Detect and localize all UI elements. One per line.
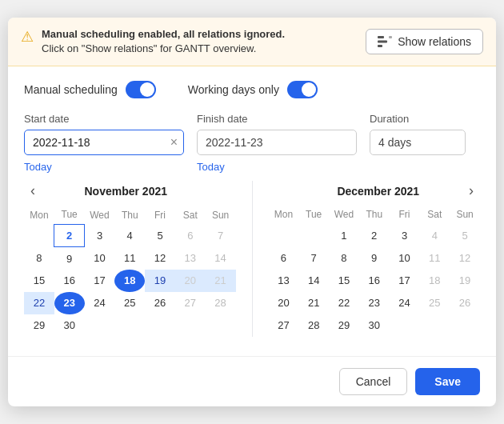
calendar-day[interactable]: 20 <box>269 291 299 314</box>
calendar-day[interactable]: 29 <box>24 314 54 337</box>
calendar-day[interactable]: 26 <box>450 291 480 314</box>
calendar-day[interactable]: 14 <box>206 247 236 270</box>
calendar-day[interactable]: 1 <box>329 224 359 246</box>
calendar-day[interactable]: 22 <box>329 291 359 314</box>
calendar-day[interactable]: 5 <box>145 225 175 247</box>
calendar-day[interactable]: 22 <box>24 292 54 314</box>
calendar-day[interactable]: 27 <box>175 292 206 314</box>
col-thu: Thu <box>359 207 390 224</box>
svg-rect-3 <box>389 36 392 38</box>
gantt-icon <box>378 36 392 47</box>
col-fri: Fri <box>145 207 175 225</box>
calendar-day[interactable]: 25 <box>114 292 145 314</box>
cancel-button[interactable]: Cancel <box>339 368 408 395</box>
empty-cell <box>114 314 145 337</box>
calendar-day[interactable]: 29 <box>329 314 359 336</box>
december-title: December 2021 <box>337 185 419 198</box>
duration-input[interactable] <box>370 130 466 155</box>
table-row: 27 28 29 30 <box>269 314 481 336</box>
col-sun: Sun <box>206 207 236 225</box>
calendar-day[interactable]: 13 <box>269 269 299 291</box>
calendar-day[interactable]: 2 <box>359 224 390 246</box>
calendar-day[interactable]: 4 <box>114 225 145 247</box>
calendar-day[interactable]: 6 <box>269 246 299 269</box>
november-title: November 2021 <box>84 185 167 198</box>
table-row: 29 30 <box>24 314 236 337</box>
empty-cell <box>419 314 450 336</box>
next-month-button[interactable]: › <box>464 181 478 201</box>
working-days-toggle[interactable] <box>287 81 318 98</box>
calendar-day[interactable]: 2 <box>54 225 85 247</box>
calendar-day[interactable]: 30 <box>359 314 390 336</box>
calendar-day[interactable]: 4 <box>419 224 450 246</box>
calendar-day[interactable]: 13 <box>175 247 206 270</box>
calendar-day-selected-start[interactable]: 18 <box>114 270 145 292</box>
calendar-day[interactable]: 7 <box>298 246 329 269</box>
empty-cell <box>145 314 175 337</box>
calendar-day[interactable]: 25 <box>419 291 450 314</box>
calendar-day[interactable]: 28 <box>298 314 329 336</box>
prev-month-button[interactable]: ‹ <box>26 181 40 201</box>
working-days-label: Working days only <box>188 83 279 96</box>
calendar-day[interactable]: 6 <box>175 225 206 247</box>
calendar-day[interactable]: 21 <box>298 291 329 314</box>
calendar-day[interactable]: 23 <box>359 291 390 314</box>
save-button[interactable]: Save <box>415 368 480 395</box>
calendar-day[interactable]: 14 <box>298 269 329 291</box>
calendar-day[interactable]: 16 <box>54 270 85 292</box>
calendar-day[interactable]: 26 <box>145 292 175 314</box>
calendar-day[interactable]: 28 <box>206 292 236 314</box>
calendar-day[interactable]: 8 <box>329 246 359 269</box>
finish-date-group: Finish date Today <box>197 113 357 173</box>
col-mon: Mon <box>269 207 299 224</box>
calendar-day-selected-end[interactable]: 23 <box>54 292 85 314</box>
calendar-day[interactable]: 3 <box>85 225 115 247</box>
start-date-today-link[interactable]: Today <box>24 161 184 173</box>
calendar-day[interactable]: 27 <box>269 314 299 336</box>
finish-date-today-link[interactable]: Today <box>197 161 357 173</box>
start-date-input[interactable] <box>24 130 184 155</box>
show-relations-button[interactable]: Show relations <box>366 29 483 54</box>
calendar-day[interactable]: 9 <box>359 246 390 269</box>
calendar-day[interactable]: 12 <box>450 246 480 269</box>
calendar-day[interactable]: 3 <box>390 224 420 246</box>
empty-cell <box>450 314 480 336</box>
svg-rect-0 <box>378 36 384 38</box>
calendar-day[interactable]: 11 <box>114 247 145 270</box>
show-relations-label: Show relations <box>398 35 471 48</box>
finish-date-input[interactable] <box>197 130 357 155</box>
calendar-day[interactable]: 15 <box>329 269 359 291</box>
calendar-day[interactable]: 21 <box>206 270 236 292</box>
december-grid: Mon Tue Wed Thu Fri Sat Sun <box>269 207 481 336</box>
working-days-toggle-group: Working days only <box>188 81 318 98</box>
calendar-day[interactable]: 17 <box>85 270 115 292</box>
calendar-day[interactable]: 10 <box>85 247 115 270</box>
calendar-day[interactable]: 17 <box>390 269 420 291</box>
banner: ⚠ Manual scheduling enabled, all relatio… <box>8 18 496 66</box>
calendar-day[interactable]: 30 <box>54 314 85 337</box>
calendar-day[interactable]: 18 <box>419 269 450 291</box>
manual-scheduling-toggle[interactable] <box>126 81 156 98</box>
calendar-day[interactable]: 5 <box>450 224 480 246</box>
calendar-day[interactable]: 8 <box>24 247 54 270</box>
calendar-day[interactable]: 24 <box>85 292 115 314</box>
col-sun: Sun <box>450 207 480 224</box>
calendar-day[interactable]: 15 <box>24 270 54 292</box>
calendar-day[interactable]: 7 <box>206 225 236 247</box>
calendar-day[interactable]: 16 <box>359 269 390 291</box>
duration-label: Duration <box>370 113 466 125</box>
empty-cell <box>24 225 54 247</box>
calendar-day[interactable]: 11 <box>419 246 450 269</box>
table-row: 6 7 8 9 10 11 12 <box>269 246 481 269</box>
calendar-day[interactable]: 9 <box>54 247 85 270</box>
calendar-day[interactable]: 19 <box>450 269 480 291</box>
november-calendar: ‹ November 2021 Mon Tue Wed Thu Fri Sat <box>24 181 236 337</box>
manual-scheduling-label: Manual scheduling <box>24 83 118 96</box>
calendar-day[interactable]: 19 <box>145 270 175 292</box>
calendar-day[interactable]: 12 <box>145 247 175 270</box>
calendar-day[interactable]: 24 <box>390 291 420 314</box>
calendar-day[interactable]: 20 <box>175 270 206 292</box>
toggles-row: Manual scheduling Working days only <box>24 81 480 98</box>
calendar-day[interactable]: 10 <box>390 246 420 269</box>
start-date-clear-button[interactable]: × <box>170 136 178 149</box>
